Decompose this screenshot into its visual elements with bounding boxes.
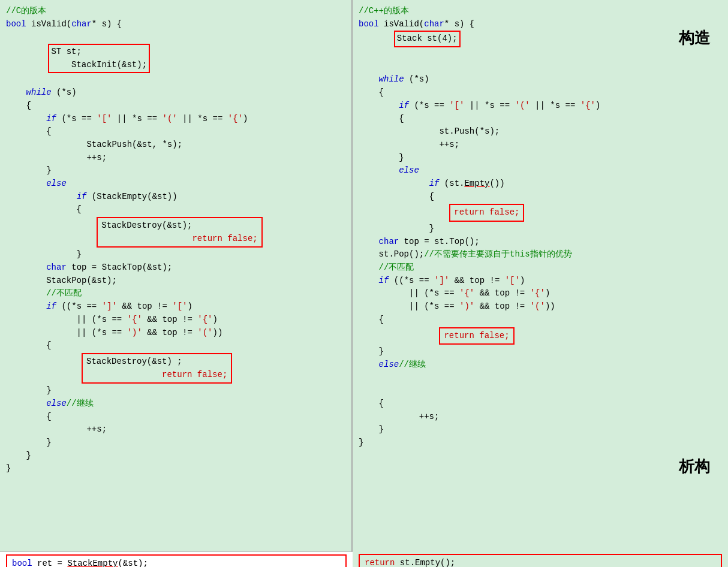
right-line-20: { [359, 313, 722, 327]
left-line-12: { [6, 203, 345, 216]
right-line-9: } [359, 152, 722, 165]
left-line-24: ++s; [6, 423, 345, 436]
right-line-2: Stack st(4); 构造 [359, 31, 722, 73]
left-panel: //C的版本 bool isValid(char* s) { ST st; St… [0, 0, 353, 551]
left-highlighted-block2: StackDestroy(&st) ; return false; [6, 352, 345, 384]
right-line-3: while (*s) [359, 73, 722, 86]
left-line-26: } [6, 450, 345, 463]
right-line-6: { [359, 113, 722, 126]
right-panel: //C++的版本 bool isValid(char* s) { Stack s… [353, 0, 728, 551]
bottom-line-1: bool ret = StackEmpty(&st); [12, 557, 341, 567]
bottom-left-panel: bool ret = StackEmpty(&st); StackDestroy… [0, 551, 353, 567]
left-line-17: if ((*s == ']' && top != '[') [6, 300, 345, 313]
right-line-16: //不匹配 [359, 261, 722, 275]
bottom-right-panel: return st.Empty(); } [353, 551, 728, 567]
right-line-8: ++s; [359, 138, 722, 152]
left-line-4: { [6, 99, 345, 113]
right-title: //C++的版本 [359, 5, 722, 18]
left-line-15: StackPop(&st); [6, 275, 345, 288]
right-line-19: || (*s == ')' && top != '(')) [359, 300, 722, 313]
left-line-6: { [6, 125, 345, 138]
left-title: //C的版本 [6, 5, 345, 18]
right-line-10: else [359, 164, 722, 177]
right-line-7: st.Push(*s); [359, 125, 722, 138]
left-line-7: StackPush(&st, *s); [6, 138, 345, 152]
left-line-20: { [6, 339, 345, 352]
bottom-highlighted-code: bool ret = StackEmpty(&st); StackDestroy… [6, 554, 347, 567]
right-line-24: ++s; [359, 411, 722, 424]
right-line-11: if (st.Empty()) [359, 177, 722, 191]
left-line-5: if (*s == '[' || *s == '(' || *s == '{') [6, 113, 345, 126]
right-line-4: { [359, 86, 722, 99]
left-line-21: } [6, 384, 345, 397]
annotation-construct: 构造 [679, 27, 710, 51]
left-line-11: if (StackEmpty(&st)) [6, 191, 345, 204]
left-line-9: } [6, 164, 345, 177]
right-line-23: { [359, 397, 722, 411]
right-line-14: char top = st.Top(); [359, 236, 722, 249]
right-line-1: bool isValid(char* s) { [359, 18, 722, 31]
left-line-3: while (*s) [6, 86, 345, 99]
left-line-27: } [6, 462, 345, 475]
highlight-st-decl: ST st; StackInit(&st); [48, 44, 150, 73]
annotation-destruct: 析构 [679, 456, 710, 479]
left-line-25: } [6, 436, 345, 450]
left-line-19: || (*s == ')' && top != '(')) [6, 327, 345, 340]
left-highlighted-block1: StackDestroy(&st); return false; [6, 216, 345, 248]
right-line-15: st.Pop();//不需要传主要源自于this指针的优势 [359, 248, 722, 261]
right-highlight-block2: return false; [359, 327, 722, 346]
right-line-25: } [359, 423, 722, 436]
left-line-10: else [6, 177, 345, 191]
left-line-1: bool isValid(char* s) { [6, 18, 345, 31]
right-line-18: || (*s == '{' && top != '{') [359, 287, 722, 300]
left-line-2: ST st; StackInit(&st); [6, 31, 345, 86]
right-line-21: } [359, 345, 722, 358]
highlight-stack-decl: Stack st(4); [394, 31, 461, 47]
left-line-14: char top = StackTop(&st); [6, 261, 345, 275]
right-line-5: if (*s == '[' || *s == '(' || *s == '{') [359, 99, 722, 113]
left-line-13: } [6, 248, 345, 261]
left-line-18: || (*s == '{' && top != '{') [6, 313, 345, 327]
left-line-16: //不匹配 [6, 287, 345, 300]
left-line-8: ++s; [6, 152, 345, 165]
left-line-22: else//继续 [6, 397, 345, 411]
right-highlight-block1: return false; [359, 203, 722, 222]
right-return-block: return st.Empty(); [359, 554, 722, 567]
right-line-17: if ((*s == ']' && top != '[') [359, 275, 722, 288]
left-line-23: { [6, 411, 345, 424]
right-line-13: } [359, 222, 722, 236]
bottom-section: bool ret = StackEmpty(&st); StackDestroy… [0, 551, 728, 567]
right-return-line: return st.Empty(); [365, 557, 716, 567]
right-line-22: else//继续 析构 [359, 358, 722, 397]
right-line-26: } [359, 436, 722, 450]
right-line-12: { [359, 191, 722, 204]
